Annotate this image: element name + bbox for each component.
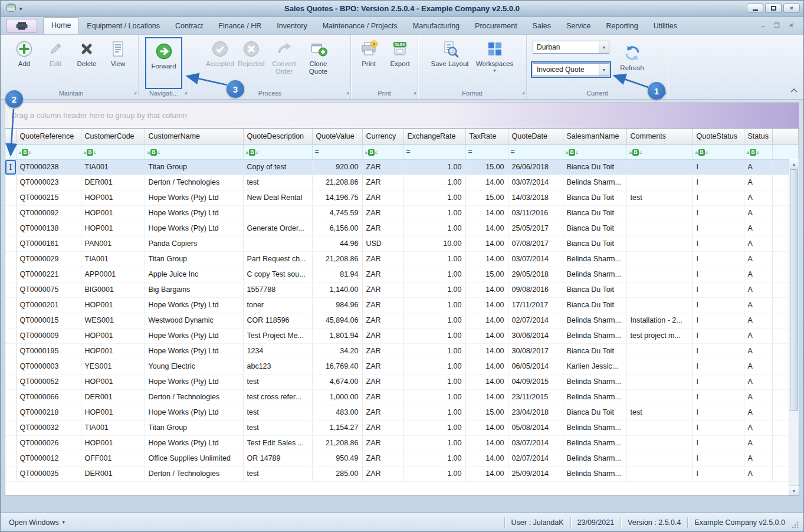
cell-comments[interactable] [626,297,693,313]
cell-quotedate[interactable]: 07/08/2017 [508,236,563,251]
cell-quotevalue[interactable]: 14,196.75 [312,190,362,205]
cell-customername[interactable]: Titan Group [145,420,243,435]
cell-customercode[interactable]: TIA001 [81,159,145,175]
cell-customercode[interactable]: WES001 [81,313,145,328]
open-windows-button[interactable]: Open Windows ▾ [5,518,68,527]
cell-quotedate[interactable]: 14/03/2018 [508,190,563,205]
cell-quotedescription[interactable]: test [243,175,312,190]
cell-taxrate[interactable]: 14.00 [465,282,508,297]
column-header-exchangerate[interactable]: ExchangeRate [403,129,465,144]
cell-salesmanname[interactable]: Belinda Sharm... [563,374,626,389]
cell-currency[interactable]: ZAR [362,282,403,297]
cell-quotereference[interactable]: QT0000029 [16,251,81,267]
table-row[interactable]: QT0000035DER001Derton / Technologiestest… [5,466,799,481]
cell-exchangerate[interactable]: 1.00 [403,297,465,313]
cell-quotedescription[interactable]: Copy of test [243,159,312,175]
cell-exchangerate[interactable]: 1.00 [403,389,465,405]
rejected-button[interactable]: Rejected [236,37,267,68]
cell-salesmanname[interactable]: Bianca Du Toit [563,405,626,420]
cell-customername[interactable]: Hope Works (Pty) Ltd [145,328,243,343]
cell-comments[interactable]: test project m... [626,328,693,343]
cell-comments[interactable] [626,420,693,435]
tab-manufacturing[interactable]: Manufacturing [405,18,467,34]
cell-quotedescription[interactable]: Test Project Me... [243,328,312,343]
scroll-up-button[interactable]: ▲ [789,159,799,169]
cell-quotedescription[interactable]: test cross refer... [243,389,312,405]
table-row[interactable]: QT0000032TIA001Titan Grouptest1,154.27ZA… [5,420,799,435]
save-layout-button[interactable]: Save Layout [428,37,472,68]
cell-quotestatus[interactable]: I [693,282,744,297]
tab-maintenance-projects[interactable]: Maintenance / Projects [315,18,405,34]
cell-salesmanname[interactable]: Belinda Sharm... [563,175,626,190]
cell-exchangerate[interactable]: 10.00 [403,236,465,251]
cell-salesmanname[interactable]: Bianca Du Toit [563,159,626,175]
filter-cell-quotedate[interactable]: = [508,144,563,159]
row-indicator-cell[interactable] [5,282,16,297]
cell-quotedescription[interactable]: abc123 [243,359,312,374]
cell-salesmanname[interactable]: Belinda Sharm... [563,251,626,267]
row-indicator-cell[interactable] [5,297,16,313]
cell-taxrate[interactable]: 14.00 [465,236,508,251]
cell-quotereference[interactable]: QT0000195 [16,343,81,359]
cell-quotestatus[interactable]: I [693,190,744,205]
cell-status[interactable]: A [744,175,772,190]
row-indicator-cell[interactable] [5,435,16,451]
cell-quotevalue[interactable]: 920.00 [312,159,362,175]
cell-exchangerate[interactable]: 1.00 [403,405,465,420]
row-indicator-cell[interactable] [5,343,16,359]
cell-quotereference[interactable]: QT0000201 [16,297,81,313]
cell-quotedescription[interactable]: test [243,420,312,435]
cell-quotevalue[interactable]: 483.00 [312,405,362,420]
row-indicator-cell[interactable] [5,374,16,389]
quote-type-dropdown-caret-icon[interactable]: ▼ [599,64,609,75]
table-row[interactable]: QT0000066DER001Derton / Technologiestest… [5,389,799,405]
cell-salesmanname[interactable]: Belinda Sharm... [563,389,626,405]
cell-currency[interactable]: ZAR [362,466,403,481]
cell-customercode[interactable]: HOP001 [81,405,145,420]
cell-quotestatus[interactable]: I [693,359,744,374]
tab-contract[interactable]: Contract [168,18,211,34]
cell-quotereference[interactable]: QT0000032 [16,420,81,435]
cell-customername[interactable]: Office Supplies Unlimited [145,451,243,466]
cell-currency[interactable]: ZAR [362,313,403,328]
cell-currency[interactable]: ZAR [362,297,403,313]
cell-quotereference[interactable]: QT0000012 [16,451,81,466]
tab-equipment-locations[interactable]: Equipment / Locations [79,18,168,34]
cell-quotestatus[interactable]: I [693,435,744,451]
forward-button[interactable]: Forward [148,39,179,70]
cell-exchangerate[interactable]: 1.00 [403,374,465,389]
export-button[interactable]: XLSX Export [385,37,416,68]
cell-customername[interactable]: Derton / Technologies [145,466,243,481]
print-button[interactable]: ? Print [353,37,385,68]
cell-quotedate[interactable]: 23/11/2015 [508,389,563,405]
cell-taxrate[interactable]: 14.00 [465,389,508,405]
cell-currency[interactable]: ZAR [362,420,403,435]
cell-status[interactable]: A [744,451,772,466]
maximize-button[interactable] [765,4,782,13]
cell-salesmanname[interactable]: Belinda Sharm... [563,451,626,466]
scroll-down-button[interactable]: ▼ [789,485,799,495]
cell-comments[interactable]: test [626,190,693,205]
column-header-status[interactable]: Status [744,129,772,144]
cell-salesmanname[interactable]: Bianca Du Toit [563,236,626,251]
cell-quotereference[interactable]: QT0000238 [16,159,81,175]
cell-quotevalue[interactable]: 1,801.94 [312,328,362,343]
cell-exchangerate[interactable]: 1.00 [403,359,465,374]
cell-quotereference[interactable]: QT0000218 [16,405,81,420]
tab-reporting[interactable]: Reporting [599,18,646,34]
delete-button[interactable]: Delete [71,37,103,68]
cell-customercode[interactable]: BIG0001 [81,282,145,297]
cell-exchangerate[interactable]: 1.00 [403,343,465,359]
cell-customername[interactable]: Titan Group [145,251,243,267]
cell-status[interactable]: A [744,420,772,435]
cell-quotestatus[interactable]: I [693,451,744,466]
cell-comments[interactable] [626,389,693,405]
table-row[interactable]: QT0000015WES001Westwood DynamicCOR 11859… [5,313,799,328]
cell-status[interactable]: A [744,389,772,405]
cell-quotestatus[interactable]: I [693,236,744,251]
cell-currency[interactable]: ZAR [362,251,403,267]
cell-quotedate[interactable]: 23/04/2018 [508,405,563,420]
cell-exchangerate[interactable]: 1.00 [403,267,465,282]
cell-comments[interactable] [626,466,693,481]
row-indicator-cell[interactable] [5,359,16,374]
